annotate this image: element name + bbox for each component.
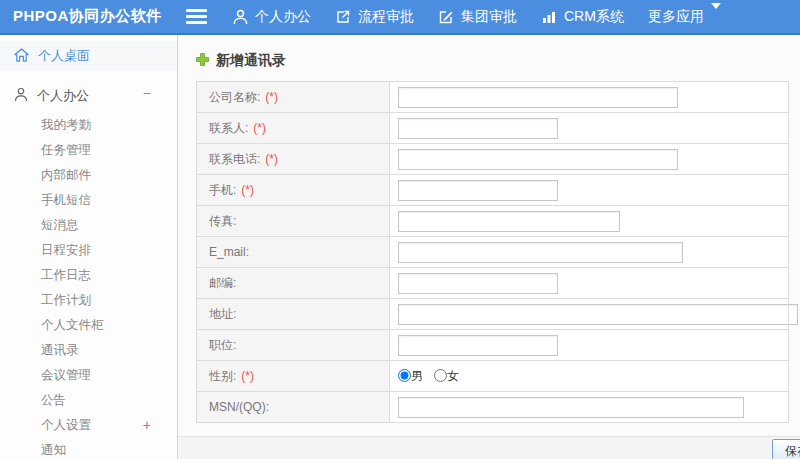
hamburger-menu-icon[interactable]	[186, 9, 207, 24]
sidebar-item-label: 日程安排	[41, 243, 91, 257]
field-input[interactable]	[398, 87, 678, 108]
field-input[interactable]	[398, 273, 558, 294]
sidebar-item[interactable]: 工作日志	[0, 263, 177, 288]
form-row: 传真:	[197, 206, 789, 237]
field-input[interactable]	[398, 149, 678, 170]
page-title: 新增通讯录	[216, 52, 286, 70]
field-value-cell	[390, 206, 789, 237]
sidebar-item[interactable]: 公告	[0, 388, 177, 413]
form-row: 地址:	[197, 299, 789, 330]
field-input[interactable]	[398, 335, 558, 356]
form-row: MSN/(QQ):	[197, 392, 789, 423]
field-value-cell	[390, 392, 789, 423]
caret-down-icon	[711, 9, 721, 25]
field-label-cell: E_mail:	[197, 237, 390, 268]
sidebar-item-label: 个人桌面	[38, 47, 90, 65]
field-input[interactable]	[398, 242, 683, 263]
required-mark: (*)	[265, 90, 278, 104]
app-logo: PHPOA协同办公软件	[0, 7, 166, 26]
field-label-cell: 联系电话:(*)	[197, 144, 390, 175]
field-input[interactable]	[398, 304, 798, 325]
field-label-cell: 性别:(*)	[197, 361, 390, 392]
sidebar-item-label: 通知	[41, 443, 66, 457]
edit-icon	[438, 9, 454, 25]
bar-chart-icon	[541, 9, 557, 24]
sidebar-item[interactable]: 短消息	[0, 213, 177, 238]
radio-option-label: 女	[447, 369, 459, 383]
field-label-cell: 地址:	[197, 299, 390, 330]
nav-item-4[interactable]: CRM系统	[541, 8, 624, 26]
field-label: 传真:	[209, 214, 236, 228]
field-input[interactable]	[398, 211, 620, 232]
page-title-row: 新增通讯录	[196, 51, 800, 71]
radio-button[interactable]	[434, 369, 447, 382]
radio-option[interactable]: 男	[398, 368, 423, 385]
field-value-cell	[390, 82, 789, 113]
plus-icon	[196, 53, 209, 69]
sidebar-item-label: 任务管理	[41, 143, 91, 157]
top-nav: 个人办公流程审批集团审批CRM系统更多应用	[233, 8, 745, 26]
form-row: 公司名称:(*)	[197, 82, 789, 113]
sidebar-item-personal-desktop[interactable]: 个人桌面	[0, 41, 177, 71]
sidebar-item-label: 通讯录	[41, 343, 79, 357]
sidebar-item[interactable]: 手机短信	[0, 188, 177, 213]
field-label-cell: 邮编:	[197, 268, 390, 299]
sidebar-item[interactable]: 通知	[0, 438, 177, 459]
radio-button[interactable]	[398, 369, 411, 382]
sidebar-submenu: 我的考勤任务管理内部邮件手机短信短消息日程安排工作日志工作计划个人文件柜通讯录会…	[0, 113, 177, 459]
radio-group: 男女	[398, 368, 788, 385]
form-footer: 保存	[178, 436, 800, 459]
field-input[interactable]	[398, 397, 744, 418]
sidebar-item-label: 个人设置	[41, 418, 91, 432]
collapse-minus-indicator[interactable]: −	[143, 85, 151, 101]
body-row: 个人桌面 个人办公 − 我的考勤任务管理内部邮件手机短信短消息日程安排工作日志工…	[0, 35, 800, 459]
field-label: 职位:	[209, 338, 236, 352]
nav-item-5[interactable]: 更多应用	[648, 8, 721, 26]
sidebar: 个人桌面 个人办公 − 我的考勤任务管理内部邮件手机短信短消息日程安排工作日志工…	[0, 35, 178, 459]
save-button[interactable]: 保存	[772, 439, 800, 459]
sidebar-item[interactable]: 个人文件柜	[0, 313, 177, 338]
field-input[interactable]	[398, 180, 558, 201]
sidebar-item-label: 手机短信	[41, 193, 91, 207]
expand-plus-indicator[interactable]: +	[143, 413, 151, 438]
sidebar-item-label: 短消息	[41, 218, 79, 232]
field-label: 联系电话:	[209, 152, 260, 166]
field-label: 地址:	[209, 307, 236, 321]
sidebar-item[interactable]: 任务管理	[0, 138, 177, 163]
field-label-cell: 传真:	[197, 206, 390, 237]
top-header: PHPOA协同办公软件 个人办公流程审批集团审批CRM系统更多应用	[0, 0, 800, 35]
sidebar-item-label: 公告	[41, 393, 66, 407]
contact-form-table: 公司名称:(*)联系人:(*)联系电话:(*)手机:(*)传真:E_mail:邮…	[196, 81, 789, 423]
nav-item-1[interactable]: 个人办公	[233, 8, 311, 26]
sidebar-item[interactable]: 日程安排	[0, 238, 177, 263]
sidebar-item[interactable]: 会议管理	[0, 363, 177, 388]
field-label: 公司名称:	[209, 90, 260, 104]
sidebar-item-label: 内部邮件	[41, 168, 91, 182]
sidebar-section-personal-office[interactable]: 个人办公 −	[0, 83, 177, 109]
form-row: 联系电话:(*)	[197, 144, 789, 175]
sidebar-item[interactable]: 通讯录	[0, 338, 177, 363]
field-value-cell	[390, 330, 789, 361]
share-icon	[335, 9, 351, 25]
sidebar-item-label: 工作计划	[41, 293, 91, 307]
sidebar-item[interactable]: 我的考勤	[0, 113, 177, 138]
required-mark: (*)	[253, 121, 266, 135]
sidebar-item[interactable]: 个人设置+	[0, 413, 177, 438]
nav-item-2[interactable]: 流程审批	[335, 8, 414, 26]
field-input[interactable]	[398, 118, 558, 139]
form-row: 职位:	[197, 330, 789, 361]
sidebar-item[interactable]: 内部邮件	[0, 163, 177, 188]
page: PHPOA协同办公软件 个人办公流程审批集团审批CRM系统更多应用 个人桌面 个…	[0, 0, 800, 459]
sidebar-item-label: 我的考勤	[41, 118, 91, 132]
required-mark: (*)	[241, 369, 254, 383]
nav-item-label: CRM系统	[564, 8, 624, 26]
field-value-cell	[390, 237, 789, 268]
form-row: 联系人:(*)	[197, 113, 789, 144]
field-label-cell: 职位:	[197, 330, 390, 361]
sidebar-item-label: 个人文件柜	[41, 318, 104, 332]
nav-item-3[interactable]: 集团审批	[438, 8, 517, 26]
field-label: 邮编:	[209, 276, 236, 290]
field-value-cell: 男女	[390, 361, 789, 392]
sidebar-item[interactable]: 工作计划	[0, 288, 177, 313]
radio-option[interactable]: 女	[434, 368, 459, 385]
